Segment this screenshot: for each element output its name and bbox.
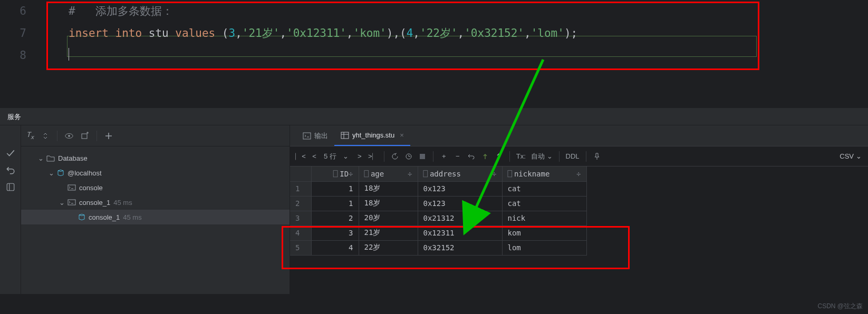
row-number: 1 — [290, 181, 311, 196]
line-number: 8 — [0, 49, 42, 62]
cell-id[interactable]: 3 — [311, 225, 359, 240]
prev-page-icon[interactable]: < — [310, 152, 319, 161]
undo-icon[interactable] — [6, 165, 15, 175]
cell-age[interactable]: 21岁 — [359, 225, 418, 240]
cell-id[interactable]: 2 — [311, 211, 359, 225]
check-icon[interactable] — [6, 149, 15, 158]
cell-id[interactable]: 4 — [311, 240, 359, 255]
column-icon: ⎕ — [423, 170, 428, 178]
csv-export-button[interactable]: CSV ⌄ — [840, 152, 862, 160]
refresh-icon[interactable] — [391, 152, 399, 161]
cursor — [69, 48, 69, 61]
cell-age[interactable]: 20岁 — [359, 211, 418, 225]
revert-icon[interactable] — [467, 152, 476, 161]
table-row[interactable]: 4 3 21岁 0x12311 kom — [290, 225, 586, 240]
column-header-address[interactable]: ⎕address÷ — [418, 166, 502, 181]
watermark: CSDN @弦之森 — [817, 302, 863, 311]
database-icon — [78, 213, 85, 221]
tree-root-database[interactable]: ⌄ Database — [21, 151, 290, 165]
tree-console[interactable]: console — [21, 180, 290, 195]
new-tab-icon[interactable] — [81, 132, 89, 140]
chevron-down-icon: ⌄ — [38, 154, 45, 162]
cell-address[interactable]: 0x123 — [418, 181, 502, 196]
tx-icon[interactable]: Tx — [26, 131, 34, 141]
row-number: 3 — [290, 211, 311, 225]
next-page-icon[interactable]: > — [355, 152, 364, 161]
column-icon: ⎕ — [508, 170, 512, 178]
cell-address[interactable]: 0x21312 — [418, 211, 502, 225]
result-table: ⎕ID ÷ ⎕age÷ ⎕address÷ ⎕nickname÷ 1 1 18岁… — [290, 166, 587, 256]
close-icon[interactable]: × — [400, 131, 404, 139]
rows-count: 5 行 — [324, 152, 336, 161]
plus-icon[interactable] — [104, 132, 113, 140]
table-row[interactable]: 1 1 18岁 0x123 cat — [290, 181, 586, 196]
cell-nickname[interactable]: lom — [502, 240, 586, 255]
commit-icon[interactable] — [481, 152, 489, 161]
tab-table[interactable]: yht_things.stu × — [334, 125, 410, 146]
svg-rect-12 — [420, 154, 425, 159]
tab-output[interactable]: 输出 — [296, 125, 334, 146]
layout-icon[interactable] — [6, 182, 15, 192]
output-icon — [303, 132, 311, 140]
comment-hash: # — [69, 5, 75, 17]
chevron-down-icon: ⌄ — [59, 199, 66, 207]
eye-icon[interactable] — [65, 132, 73, 140]
chevron-down-icon: ⌄ — [49, 169, 56, 177]
services-tree: ⌄ Database ⌄ @localhost console — [21, 146, 290, 229]
cell-age[interactable]: 18岁 — [359, 181, 418, 196]
remove-row-icon[interactable]: − — [454, 152, 462, 161]
cell-nickname[interactable]: cat — [502, 196, 586, 211]
ddl-button[interactable]: DDL — [566, 152, 580, 160]
chevron-updown-icon[interactable] — [41, 132, 50, 140]
submit-icon[interactable] — [495, 152, 503, 161]
cell-id[interactable]: 1 — [311, 196, 359, 211]
last-page-icon[interactable]: >⎸ — [369, 152, 378, 161]
cell-id[interactable]: 1 — [311, 181, 359, 196]
cell-nickname[interactable]: nick — [502, 211, 586, 225]
console-icon — [67, 184, 76, 191]
tx-value[interactable]: 自动 ⌄ — [531, 152, 553, 161]
column-header-age[interactable]: ⎕age÷ — [359, 166, 418, 181]
code-editor[interactable]: 6 # 添加多条数据： 7 insert into stu values (3,… — [0, 0, 868, 95]
sql-keyword-values: values — [175, 27, 215, 40]
tree-console-1-child[interactable]: console_1 45 ms — [21, 210, 290, 224]
stop-icon[interactable] — [418, 152, 427, 161]
history-icon[interactable] — [404, 152, 413, 161]
cell-address[interactable]: 0x12311 — [418, 225, 502, 240]
sql-keyword-insert: insert — [69, 27, 109, 40]
result-tabs: 输出 yht_things.stu × — [290, 125, 868, 146]
pin-icon[interactable] — [593, 152, 601, 161]
add-row-icon[interactable]: + — [440, 152, 448, 161]
cell-age[interactable]: 22岁 — [359, 240, 418, 255]
chevron-down-icon[interactable]: ⌄ — [342, 152, 350, 161]
cell-address[interactable]: 0x32152 — [418, 240, 502, 255]
first-page-icon[interactable]: ⎸< — [296, 152, 305, 161]
cell-address[interactable]: 0x123 — [418, 196, 502, 211]
column-header-id[interactable]: ⎕ID ÷ — [311, 166, 359, 181]
line-number: 7 — [0, 27, 42, 40]
svg-rect-0 — [7, 183, 14, 191]
column-header-nickname[interactable]: ⎕nickname÷ — [502, 166, 586, 181]
table-row[interactable]: 3 2 20岁 0x21312 nick — [290, 211, 586, 225]
data-toolbar: ⎸< < 5 行 ⌄ > >⎸ + − — [290, 146, 868, 166]
svg-rect-6 — [68, 200, 75, 205]
line-number: 6 — [0, 5, 42, 17]
row-number: 5 — [290, 240, 311, 255]
svg-rect-7 — [303, 133, 311, 139]
row-num-header — [290, 166, 311, 181]
row-number: 4 — [290, 225, 311, 240]
cell-nickname[interactable]: cat — [502, 181, 586, 196]
table-row[interactable]: 2 1 18岁 0x123 cat — [290, 196, 586, 211]
cell-age[interactable]: 18岁 — [359, 196, 418, 211]
svg-point-3 — [69, 135, 71, 137]
services-panel-header: 服务 — [0, 107, 868, 125]
cell-nickname[interactable]: kom — [502, 225, 586, 240]
table-row[interactable]: 5 4 22岁 0x32152 lom — [290, 240, 586, 255]
left-toolbar: Tx — [21, 125, 290, 146]
svg-rect-4 — [82, 134, 87, 139]
tree-console-1[interactable]: ⌄ console_1 45 ms — [21, 195, 290, 210]
tree-host[interactable]: ⌄ @localhost — [21, 165, 290, 180]
console-icon — [67, 199, 76, 205]
table-icon — [341, 132, 349, 139]
comment-text: 添加多条数据： — [82, 5, 172, 17]
